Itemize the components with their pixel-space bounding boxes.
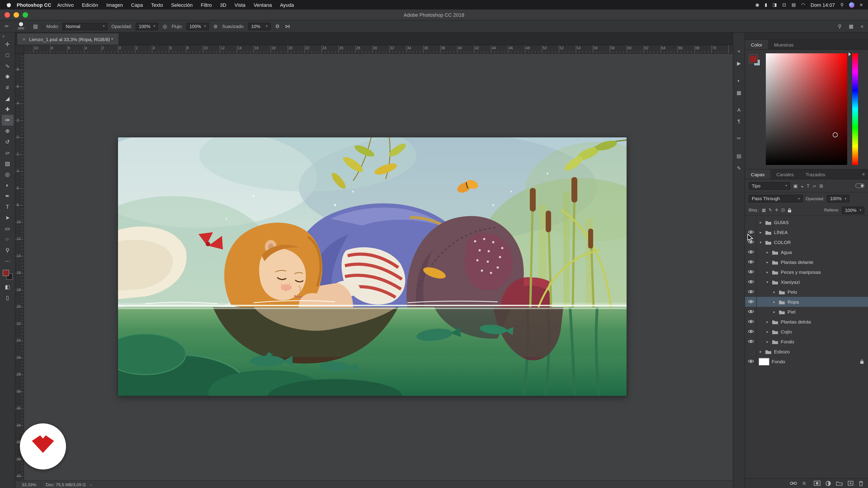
paragraph-icon[interactable]: ¶ (733, 119, 745, 124)
tool-preset-icon[interactable]: ✑ (4, 23, 9, 29)
zoom-window-button[interactable] (23, 12, 28, 18)
zoom-tool[interactable]: ⚲ (2, 245, 13, 256)
brush-tool[interactable]: ✑ (2, 115, 13, 126)
canvas-artwork[interactable] (118, 137, 627, 396)
adjustment-layer-icon[interactable] (826, 481, 831, 486)
disclosure-triangle[interactable]: ▸ (765, 270, 770, 274)
disclosure-triangle[interactable]: ▸ (758, 220, 763, 224)
saturation-brightness-field[interactable] (766, 53, 847, 165)
layer-row-ropa[interactable]: ▸Ropa (745, 297, 868, 307)
color-swatches[interactable] (2, 269, 13, 281)
clone-stamp-tool[interactable]: ⊕ (2, 126, 13, 136)
visibility-toggle[interactable] (745, 247, 757, 257)
visibility-toggle[interactable] (745, 257, 757, 267)
menu-imagen[interactable]: Imagen (102, 2, 127, 7)
menu-ventana[interactable]: Ventana (250, 2, 276, 7)
search-icon[interactable]: ⚲ (837, 23, 842, 29)
filter-toggle-icon[interactable] (855, 184, 864, 188)
color-picker-marker[interactable] (833, 132, 838, 137)
workspace-switcher-icon[interactable]: ▦ (848, 23, 855, 29)
flow-dropdown[interactable]: 100% (186, 22, 209, 30)
spotlight-icon[interactable]: ⚲ (840, 2, 844, 7)
visibility-toggle[interactable] (745, 217, 757, 227)
tab-canales[interactable]: Canales (771, 169, 800, 179)
brush-settings-panel-icon[interactable]: ▨ (32, 23, 39, 29)
hue-slider[interactable] (852, 53, 858, 165)
airplay-icon[interactable]: ⊡ (782, 2, 786, 7)
clone-source-icon[interactable]: ▦ (733, 90, 745, 95)
lock-paint-icon[interactable]: ✎ (769, 208, 772, 213)
visibility-toggle[interactable] (745, 267, 757, 277)
bluetooth-icon[interactable]: ◨ (773, 2, 777, 7)
layer-row-plantas-delante[interactable]: ▸Plantas delante (745, 257, 868, 267)
layer-row-plantas-detras[interactable]: ▸Plantas detrás (745, 317, 868, 327)
scissors-icon[interactable]: ✂ (733, 136, 745, 141)
layer-row-agua[interactable]: ▸Agua (745, 247, 868, 257)
blur-tool[interactable]: ◎ (2, 169, 13, 180)
layer-effects-icon[interactable]: fx (802, 481, 809, 486)
menubar-clock[interactable]: Dom 14:07 (811, 2, 835, 7)
status-badge-icon[interactable]: ◉ (755, 2, 759, 7)
disclosure-triangle[interactable]: ▸ (765, 260, 770, 264)
panel-menu-icon[interactable] (862, 169, 868, 179)
type-tool[interactable]: T (2, 201, 13, 213)
layer-row-fondo[interactable]: ▸Fondo (745, 337, 868, 347)
quick-mask-icon[interactable]: ◧ (2, 282, 13, 292)
healing-brush-tool[interactable]: ✚ (2, 104, 13, 115)
opacity-dropdown[interactable]: 100% (135, 22, 158, 30)
character-icon[interactable]: A (733, 107, 745, 112)
screen-mode-icon[interactable]: ▯ (2, 292, 13, 303)
layer-row-peces-y-mariposas[interactable]: ▸Peces y mariposas (745, 267, 868, 277)
disclosure-triangle[interactable]: ▸ (758, 350, 763, 354)
toolbar-collapse-icon[interactable] (0, 33, 7, 39)
wifi-icon[interactable]: ◠ (801, 2, 805, 7)
visibility-toggle[interactable] (745, 337, 757, 347)
visibility-toggle[interactable] (745, 317, 757, 327)
display-icon[interactable]: ▤ (792, 2, 796, 7)
crop-tool[interactable]: # (2, 82, 13, 93)
hand-tool[interactable]: ☞ (2, 234, 13, 245)
tab-capas[interactable]: Capas (745, 169, 771, 179)
menu-filtro[interactable]: Filtro (197, 2, 216, 7)
marquee-tool[interactable]: □ (2, 50, 13, 61)
move-tool[interactable]: ✛ (2, 39, 13, 50)
filter-pixel-layers-icon[interactable]: ▣ (794, 183, 798, 188)
layer-row-fondo[interactable]: Fondo (745, 357, 868, 366)
visibility-toggle[interactable] (745, 357, 757, 366)
eyedropper-tool[interactable]: ◢ (2, 93, 13, 104)
paint-symmetry-icon[interactable]: ⋈ (284, 23, 291, 29)
zoom-level[interactable]: 33,33% (22, 482, 36, 487)
disclosure-triangle[interactable]: ▸ (765, 250, 770, 254)
pattern-icon[interactable]: ▤ (733, 154, 745, 159)
delete-layer-icon[interactable] (859, 481, 864, 486)
smoothing-dropdown[interactable]: 10% (248, 22, 271, 30)
pressure-opacity-icon[interactable]: ◎ (162, 23, 168, 29)
disclosure-triangle[interactable]: ▸ (765, 339, 770, 344)
panel-options-chevron-icon[interactable]: « (860, 24, 864, 29)
layer-row-guias[interactable]: ▸GUÍAS (745, 217, 868, 227)
disclosure-triangle[interactable]: ▸ (765, 330, 770, 334)
filter-adjustment-layers-icon[interactable]: ◒ (801, 183, 804, 188)
vertical-ruler[interactable]: 8642024681012141618202224262830323436384… (16, 45, 24, 480)
visibility-toggle[interactable] (745, 287, 757, 297)
play-actions-icon[interactable]: ▶ (733, 61, 745, 66)
status-expand-icon[interactable]: › (90, 482, 92, 487)
disclosure-triangle[interactable]: ▾ (765, 280, 770, 284)
layer-row-esbozo[interactable]: ▸Esbozo (745, 347, 868, 357)
visibility-toggle[interactable] (745, 297, 757, 307)
menu-edicion[interactable]: Edición (78, 2, 102, 7)
eraser-tool[interactable]: ▱ (2, 147, 13, 158)
path-selection-tool[interactable]: ➤ (2, 213, 13, 223)
visibility-toggle[interactable] (745, 307, 757, 317)
disclosure-triangle[interactable]: ▸ (772, 310, 776, 314)
notification-center-icon[interactable]: ≡ (860, 2, 863, 7)
tab-color[interactable]: Color (745, 40, 768, 49)
filter-type-layers-icon[interactable]: T (807, 183, 809, 188)
menu-ayuda[interactable]: Ayuda (276, 2, 298, 7)
blend-mode-dropdown[interactable]: Normal (63, 22, 108, 30)
link-layers-icon[interactable] (790, 481, 797, 486)
visibility-toggle[interactable] (745, 347, 757, 357)
siri-icon[interactable] (849, 2, 855, 7)
disclosure-triangle[interactable]: ▾ (758, 240, 763, 244)
menu-archivo[interactable]: Archivo (53, 2, 78, 7)
